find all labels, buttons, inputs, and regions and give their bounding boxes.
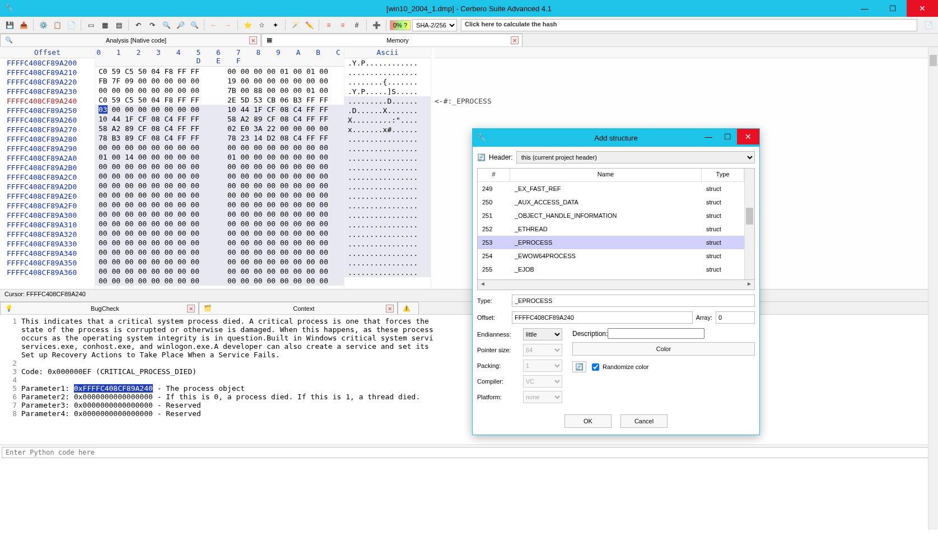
code-line[interactable]: 6Parameter2: 0x0000000000000000 - If thi… <box>4 393 934 401</box>
refresh-color-icon[interactable]: 🔄 <box>572 361 586 372</box>
hex-cell[interactable]: C0 59 C5 50 04 F8 FF FF2E 5D 53 CB 06 B3… <box>95 95 344 105</box>
paste-icon[interactable]: 📄 <box>65 19 77 31</box>
pencil-icon[interactable]: ✏️ <box>303 19 315 31</box>
code-line[interactable]: 1This indicates that a critical system p… <box>4 317 934 325</box>
tab-analysis[interactable]: 🔍 Analysis [Native code] ✕ <box>0 34 261 46</box>
offset-cell[interactable]: FFFFC408CF89A330 <box>0 239 95 249</box>
ascii-cell[interactable]: ................ <box>344 163 431 172</box>
dialog-maximize-button[interactable]: ☐ <box>718 129 737 144</box>
hex-cell[interactable]: 00 00 00 00 00 00 00 0000 00 00 00 00 00… <box>95 190 344 200</box>
offset-cell[interactable]: FFFFC408CF89A230 <box>0 87 95 96</box>
ascii-cell[interactable]: ................ <box>344 239 431 249</box>
ascii-cell[interactable]: ................ <box>344 182 431 192</box>
offset-cell[interactable]: FFFFC408CF89A2D0 <box>0 182 95 192</box>
minimize-button[interactable]: — <box>851 0 879 17</box>
hex-cell[interactable]: 00 00 00 00 00 00 00 0000 00 00 00 00 00… <box>95 209 344 219</box>
hex-cell[interactable]: 58 A2 89 CF 08 C4 FF FF02 E0 3A 22 00 00… <box>95 124 344 133</box>
offset-cell[interactable]: FFFFC408CF89A280 <box>0 134 95 144</box>
offset-cell[interactable]: FFFFC408CF89A2E0 <box>0 192 95 201</box>
tab-context[interactable]: 🗂️ Context ✕ <box>199 302 398 314</box>
offset-cell[interactable]: FFFFC408CF89A200 <box>0 58 95 68</box>
ascii-cell[interactable]: ................ <box>344 144 431 153</box>
code-line[interactable]: 5Parameter1: 0xFFFFC408CF89A240 - The pr… <box>4 384 934 393</box>
ascii-cell[interactable]: ................ <box>344 230 431 239</box>
hex-cell[interactable]: C0 59 C5 50 04 F8 FF FF00 00 00 00 01 00… <box>95 67 344 76</box>
back-icon[interactable]: ← <box>208 19 220 31</box>
dialog-close-button[interactable]: ✕ <box>737 129 759 144</box>
offset-cell[interactable]: FFFFC408CF89A250 <box>0 106 95 115</box>
header-select[interactable]: this (current project header) <box>516 151 755 164</box>
ascii-cell[interactable]: ................ <box>344 249 431 258</box>
forward-icon[interactable]: → <box>222 19 234 31</box>
code-line[interactable]: 4 <box>4 376 934 384</box>
code-line[interactable]: 2 <box>4 359 934 367</box>
hex-cell[interactable]: 00 00 00 00 00 00 00 0000 00 00 00 00 00… <box>95 276 344 286</box>
ok-button[interactable]: OK <box>564 414 612 428</box>
wand-icon[interactable]: 🪄 <box>289 19 301 31</box>
ascii-cell[interactable]: .D......X....... <box>344 106 431 115</box>
tab-memory[interactable]: ▦ Memory ✕ <box>262 34 522 46</box>
randomize-checkbox[interactable]: Randomize color <box>592 363 649 371</box>
desc-field[interactable] <box>608 328 704 339</box>
offset-cell[interactable]: FFFFC408CF89A260 <box>0 115 95 125</box>
hex-cell[interactable]: 00 00 00 00 00 00 00 0000 00 00 00 00 00… <box>95 238 344 248</box>
offset-cell[interactable]: FFFFC408CF89A210 <box>0 68 95 77</box>
vertical-scrollbar[interactable] <box>928 47 938 530</box>
dialog-titlebar[interactable]: 🔧 Add structure — ☐ ✕ <box>473 129 759 147</box>
undo-icon[interactable]: ↶ <box>132 19 144 31</box>
cancel-button[interactable]: Cancel <box>620 414 668 428</box>
offset-cell[interactable]: FFFFC408CF89A2C0 <box>0 172 95 182</box>
percent-badge[interactable]: 0% ? <box>390 20 410 30</box>
ascii-cell[interactable]: .Y.P............ <box>344 58 431 68</box>
offset-cell[interactable]: FFFFC408CF89A350 <box>0 258 95 268</box>
hex-cell[interactable]: 78 B3 89 CF 08 C4 FF FF78 23 14 D2 08 C4… <box>95 133 344 143</box>
table-row[interactable]: 254_EWOW64PROCESSstruct <box>478 249 744 263</box>
hash-icon[interactable]: # <box>351 19 363 31</box>
code-view[interactable]: 1This indicates that a critical system p… <box>0 315 938 445</box>
table-row[interactable]: 253_EPROCESSstruct <box>478 236 744 249</box>
bars1-icon[interactable]: ≡ <box>323 19 335 31</box>
offset-cell[interactable]: FFFFC408CF89A240 <box>0 96 95 106</box>
hex-cell[interactable]: 00 00 00 00 00 00 00 0000 00 00 00 00 00… <box>95 267 344 276</box>
bars2-icon[interactable]: ≡ <box>337 19 349 31</box>
hex-cell[interactable]: 00 00 00 00 00 00 00 0000 00 00 00 00 00… <box>95 181 344 190</box>
hex-cell[interactable]: FB 7F 09 00 00 00 00 0019 00 00 00 00 00… <box>95 76 344 86</box>
redo-icon[interactable]: ↷ <box>146 19 158 31</box>
offset-cell[interactable]: FFFFC408CF89A220 <box>0 77 95 87</box>
ascii-cell[interactable]: ................ <box>344 192 431 201</box>
close-tab-icon[interactable]: ✕ <box>511 36 519 44</box>
col-num[interactable]: # <box>478 169 510 181</box>
hex-cell[interactable]: 00 00 00 00 00 00 00 0000 00 00 00 00 00… <box>95 143 344 152</box>
offset-cell[interactable]: FFFFC408CF89A290 <box>0 144 95 153</box>
hex-cell[interactable]: 00 00 00 00 00 00 00 0000 00 00 00 00 00… <box>95 219 344 228</box>
ascii-cell[interactable]: .Y.P.....]S..... <box>344 87 431 96</box>
table-row[interactable]: 249_EX_FAST_REFstruct <box>478 182 744 195</box>
hex-cell[interactable]: 00 00 00 00 00 00 00 0000 00 00 00 00 00… <box>95 171 344 181</box>
array-field[interactable] <box>716 311 755 324</box>
copy-icon[interactable]: 📋 <box>51 19 63 31</box>
code-line[interactable]: Set up Recovery Actions to Take Place Wh… <box>4 351 934 359</box>
gear-icon[interactable]: ⚙️ <box>37 19 49 31</box>
ascii-cell[interactable]: ................ <box>344 258 431 268</box>
bookmark-add-icon[interactable]: ⭐ <box>241 19 254 31</box>
table-row[interactable]: 255_EJOBstruct <box>478 263 744 276</box>
ascii-cell[interactable]: X.........:".... <box>344 115 431 125</box>
refresh-icon[interactable]: 🔄 <box>477 153 486 161</box>
ascii-cell[interactable]: ................ <box>344 172 431 182</box>
window-icon[interactable]: ▭ <box>85 19 97 31</box>
endian-select[interactable]: little <box>523 328 562 340</box>
close-tab-icon[interactable]: ✕ <box>187 305 195 312</box>
ascii-cell[interactable]: .........D...... <box>344 96 431 106</box>
hash-calc-field[interactable]: Click here to calculate the hash <box>461 19 917 31</box>
dialog-minimize-button[interactable]: — <box>699 129 718 144</box>
doc-icon[interactable]: 📄 <box>922 19 935 31</box>
hex-cell[interactable]: 00 00 00 00 00 00 00 0000 00 00 00 00 00… <box>95 248 344 257</box>
ascii-cell[interactable]: ................ <box>344 68 431 77</box>
code-line[interactable]: 3Code: 0x000000EF (CRITICAL_PROCESS_DIED… <box>4 367 934 376</box>
close-button[interactable]: ✕ <box>907 0 938 17</box>
offset-field[interactable] <box>512 311 693 324</box>
hex-cell[interactable]: 01 00 14 00 00 00 00 0001 00 00 00 00 00… <box>95 152 344 162</box>
maximize-button[interactable]: ☐ <box>879 0 907 17</box>
ascii-cell[interactable]: ................ <box>344 153 431 163</box>
ascii-cell[interactable]: x.......x#...... <box>344 125 431 134</box>
